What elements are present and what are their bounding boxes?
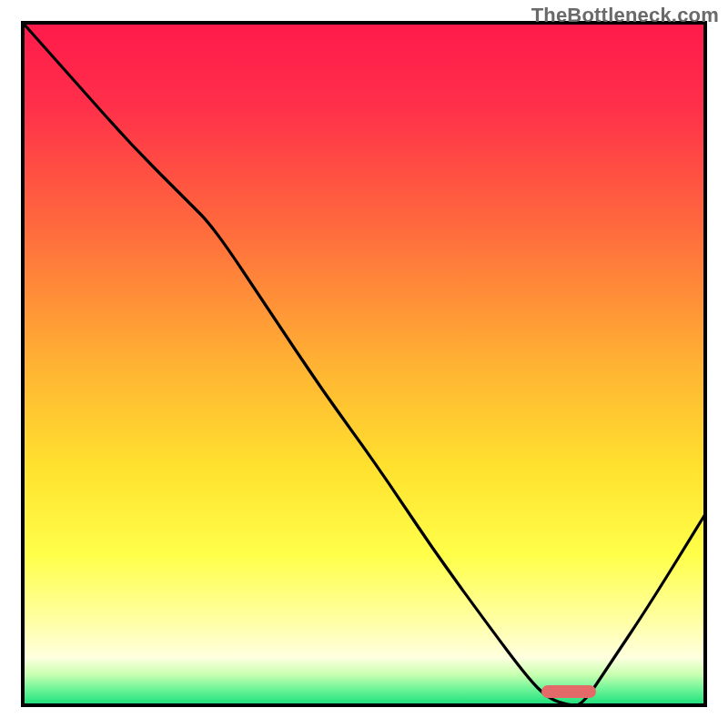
- optimal-marker: [541, 685, 596, 698]
- bottleneck-plot: [0, 0, 728, 728]
- chart-frame: TheBottleneck.com: [0, 0, 728, 728]
- plot-background: [23, 23, 705, 705]
- watermark-text: TheBottleneck.com: [531, 4, 719, 27]
